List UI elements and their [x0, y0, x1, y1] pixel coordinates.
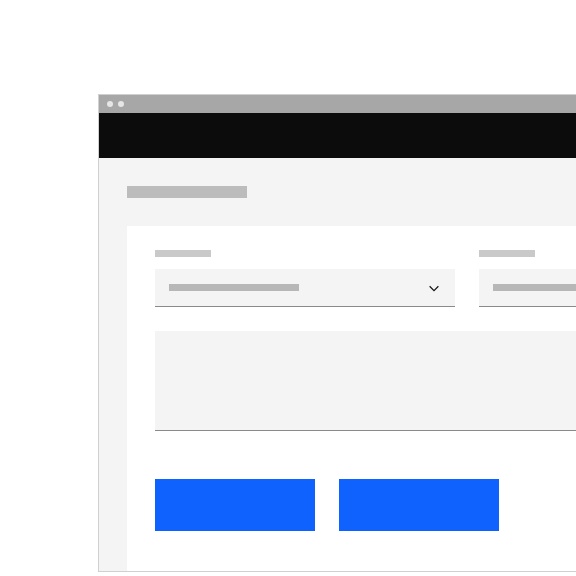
page-content [99, 158, 576, 571]
page-title [127, 186, 247, 198]
field-2-label [479, 250, 535, 257]
primary-button-2[interactable] [339, 479, 499, 531]
buttons-row [155, 479, 576, 531]
field-1-label [155, 250, 211, 257]
primary-button-1[interactable] [155, 479, 315, 531]
form-field-1 [155, 250, 455, 307]
chevron-down-icon [427, 281, 441, 295]
form-textarea[interactable] [155, 331, 576, 431]
field-2-select[interactable] [479, 269, 576, 307]
window-titlebar [99, 95, 576, 113]
field-1-select[interactable] [155, 269, 455, 307]
form-panel [127, 226, 576, 571]
fields-row [155, 250, 576, 307]
app-window [98, 94, 576, 572]
form-field-2 [479, 250, 576, 307]
window-control-close[interactable] [107, 101, 113, 107]
window-control-minimize[interactable] [118, 101, 124, 107]
app-header [99, 113, 576, 158]
field-1-value [169, 284, 299, 291]
field-2-value [493, 284, 576, 291]
